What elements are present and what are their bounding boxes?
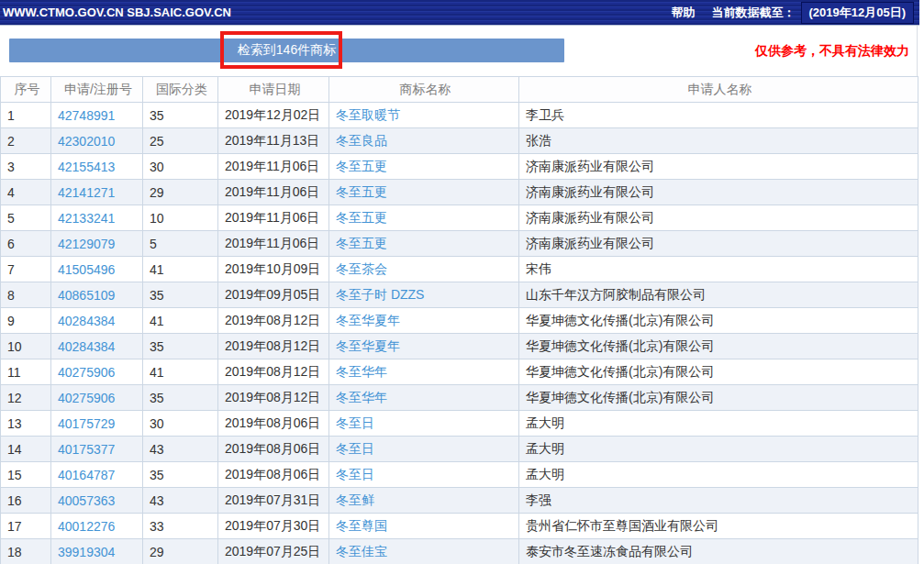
registration-number-link[interactable]: 40284384 xyxy=(58,339,115,354)
table-row: 1839919304292019年07月25日冬至佳宝泰安市冬至速冻食品有限公司 xyxy=(1,539,918,564)
registration-number-link[interactable]: 40175377 xyxy=(58,442,115,457)
cell-trademark-name: 冬至五更 xyxy=(329,205,519,231)
cell-registration-no: 40275906 xyxy=(51,385,143,411)
table-row: 142748991352019年12月02日冬至取暖节李卫兵 xyxy=(1,103,918,128)
cell-serial-no: 11 xyxy=(1,359,51,385)
banner-row: 检索到146件商标 仅供参考，不具有法律效力 xyxy=(0,26,918,76)
registration-number-link[interactable]: 40275906 xyxy=(58,365,115,380)
cell-trademark-name: 冬至华夏年 xyxy=(329,334,519,359)
cell-trademark-name: 冬至鲜 xyxy=(329,488,519,514)
cell-trademark-name: 冬至五更 xyxy=(329,231,519,257)
disclaimer-text: 仅供参考，不具有法律效力 xyxy=(755,43,909,60)
cell-serial-no: 13 xyxy=(1,411,51,437)
trademark-name-link[interactable]: 冬至日 xyxy=(336,415,374,430)
cell-intl-class: 35 xyxy=(143,334,218,359)
cell-registration-no: 40175377 xyxy=(51,437,143,462)
registration-number-link[interactable]: 42302010 xyxy=(58,134,115,149)
cell-trademark-name: 冬至日 xyxy=(329,437,519,462)
trademark-name-link[interactable]: 冬至五更 xyxy=(336,184,387,199)
cell-applicant-name: 李强 xyxy=(519,488,918,514)
registration-number-link[interactable]: 40164787 xyxy=(58,468,115,482)
trademark-name-link[interactable]: 冬至五更 xyxy=(336,210,387,225)
cell-intl-class: 43 xyxy=(143,437,218,462)
cell-trademark-name: 冬至华夏年 xyxy=(329,308,519,334)
registration-number-link[interactable]: 42141271 xyxy=(58,185,115,200)
trademark-name-link[interactable]: 冬至鲜 xyxy=(336,492,374,507)
table-row: 242302010252019年11月13日冬至良品张浩 xyxy=(1,128,918,154)
trademark-name-link[interactable]: 冬至佳宝 xyxy=(336,544,387,558)
cell-applicant-name: 李卫兵 xyxy=(519,103,918,128)
registration-number-link[interactable]: 40284384 xyxy=(58,314,115,328)
cell-application-date: 2019年08月12日 xyxy=(218,385,329,411)
cell-intl-class: 41 xyxy=(143,308,218,334)
cell-registration-no: 40865109 xyxy=(51,282,143,308)
column-header-no: 序号 xyxy=(1,77,51,103)
registration-number-link[interactable]: 42129079 xyxy=(58,237,115,251)
cell-application-date: 2019年11月13日 xyxy=(218,128,329,154)
registration-number-link[interactable]: 40865109 xyxy=(58,288,115,303)
cell-registration-no: 42155413 xyxy=(51,154,143,180)
cell-registration-no: 42748991 xyxy=(51,103,143,128)
registration-number-link[interactable]: 42133241 xyxy=(58,211,115,226)
cell-applicant-name: 贵州省仁怀市至尊国酒业有限公司 xyxy=(519,514,918,539)
table-row: 1740012276332019年07月30日冬至尊国贵州省仁怀市至尊国酒业有限… xyxy=(1,514,918,539)
table-row: 64212907952019年11月06日冬至五更济南康派药业有限公司 xyxy=(1,231,918,257)
cell-registration-no: 40164787 xyxy=(51,462,143,488)
trademark-name-link[interactable]: 冬至五更 xyxy=(336,159,387,173)
data-cutoff-label: 当前数据截至： xyxy=(712,5,796,21)
cell-application-date: 2019年11月06日 xyxy=(218,180,329,205)
trademark-name-link[interactable]: 冬至取暖节 xyxy=(336,107,400,122)
cell-registration-no: 40057363 xyxy=(51,488,143,514)
cell-applicant-name: 孟大明 xyxy=(519,411,918,437)
column-header-reg-no: 申请/注册号 xyxy=(51,77,143,103)
trademark-name-link[interactable]: 冬至良品 xyxy=(336,133,387,148)
trademark-name-link[interactable]: 冬至日 xyxy=(336,441,374,456)
cell-intl-class: 35 xyxy=(143,282,218,308)
trademark-name-link[interactable]: 冬至茶会 xyxy=(336,261,387,276)
registration-number-link[interactable]: 40012276 xyxy=(58,519,115,534)
cell-serial-no: 14 xyxy=(1,437,51,462)
help-link[interactable]: 帮助 xyxy=(672,5,696,21)
cell-serial-no: 7 xyxy=(1,257,51,282)
cell-applicant-name: 华夏坤德文化传播(北京)有限公司 xyxy=(519,359,918,385)
registration-number-link[interactable]: 40057363 xyxy=(58,493,115,508)
cell-serial-no: 1 xyxy=(1,103,51,128)
table-row: 1440175377432019年08月06日冬至日孟大明 xyxy=(1,437,918,462)
trademark-name-link[interactable]: 冬至华年 xyxy=(336,364,387,379)
trademark-name-link[interactable]: 冬至日 xyxy=(336,467,374,481)
cell-application-date: 2019年08月06日 xyxy=(218,462,329,488)
cell-registration-no: 42129079 xyxy=(51,231,143,257)
cell-registration-no: 40275906 xyxy=(51,359,143,385)
cell-applicant-name: 济南康派药业有限公司 xyxy=(519,180,918,205)
cell-intl-class: 5 xyxy=(143,231,218,257)
trademark-name-link[interactable]: 冬至华年 xyxy=(336,390,387,404)
cell-application-date: 2019年11月06日 xyxy=(218,205,329,231)
cell-application-date: 2019年08月12日 xyxy=(218,334,329,359)
registration-number-link[interactable]: 40275906 xyxy=(58,391,115,405)
registration-number-link[interactable]: 39919304 xyxy=(58,545,115,559)
cell-applicant-name: 华夏坤德文化传播(北京)有限公司 xyxy=(519,334,918,359)
data-cutoff-group: 当前数据截至： (2019年12月05日) xyxy=(712,2,915,24)
cell-applicant-name: 宋伟 xyxy=(519,257,918,282)
registration-number-link[interactable]: 41505496 xyxy=(58,262,115,277)
trademark-name-link[interactable]: 冬至华夏年 xyxy=(336,313,400,327)
result-count-banner: 检索到146件商标 xyxy=(9,39,564,62)
cell-serial-no: 12 xyxy=(1,385,51,411)
cell-serial-no: 15 xyxy=(1,462,51,488)
cell-trademark-name: 冬至佳宝 xyxy=(329,539,519,564)
cell-intl-class: 33 xyxy=(143,514,218,539)
cell-serial-no: 6 xyxy=(1,231,51,257)
cell-application-date: 2019年11月06日 xyxy=(218,231,329,257)
trademark-name-link[interactable]: 冬至华夏年 xyxy=(336,338,400,353)
registration-number-link[interactable]: 42155413 xyxy=(58,160,115,174)
registration-number-link[interactable]: 40175729 xyxy=(58,416,115,431)
registration-number-link[interactable]: 42748991 xyxy=(58,108,115,123)
column-header-name: 商标名称 xyxy=(329,77,519,103)
cell-applicant-name: 济南康派药业有限公司 xyxy=(519,231,918,257)
trademark-name-link[interactable]: 冬至尊国 xyxy=(336,518,387,533)
cell-application-date: 2019年07月31日 xyxy=(218,488,329,514)
cell-applicant-name: 孟大明 xyxy=(519,462,918,488)
trademark-name-link[interactable]: 冬至五更 xyxy=(336,236,387,250)
trademark-name-link[interactable]: 冬至子时 DZZS xyxy=(336,287,424,302)
cell-intl-class: 41 xyxy=(143,257,218,282)
